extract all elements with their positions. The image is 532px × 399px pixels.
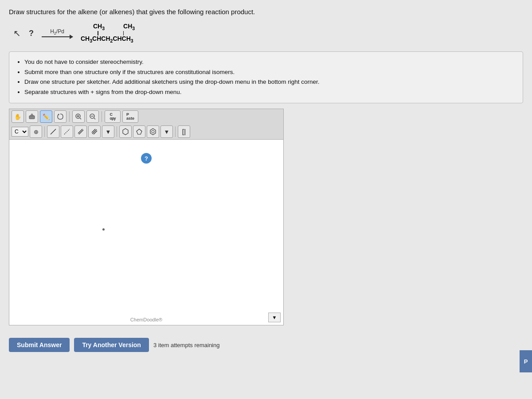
- svg-rect-0: [29, 116, 35, 119]
- instructions-list: You do not have to consider stereochemis…: [16, 57, 516, 98]
- separator-4: [117, 126, 117, 137]
- ch3-top-right: CH3: [123, 23, 135, 31]
- paste-btn[interactable]: Paste: [122, 110, 138, 123]
- triple-bond-btn[interactable]: [88, 125, 101, 138]
- double-bond-btn[interactable]: [74, 125, 87, 138]
- instruction-2: Submit more than one structure only if t…: [24, 67, 516, 78]
- svg-marker-16: [123, 129, 128, 135]
- main-container: Draw structures for the alkene (or alken…: [0, 0, 532, 399]
- lasso-btn[interactable]: [54, 110, 66, 123]
- canvas-dot: [102, 228, 105, 231]
- chemdoodle-label: ChemDoodle®: [130, 317, 162, 322]
- pencil-btn[interactable]: ✏️: [40, 110, 52, 123]
- question-mark-label: ?: [29, 29, 34, 38]
- separator-1: [69, 111, 70, 122]
- svg-line-9: [51, 129, 56, 134]
- sketcher-dropdown-btn[interactable]: ▼: [268, 313, 281, 322]
- hand-tool-btn[interactable]: ✋: [12, 110, 24, 123]
- svg-line-15: [94, 131, 97, 134]
- toolbar-row2: C N O H ⊕: [9, 124, 284, 139]
- bond-type-dropdown-btn[interactable]: ▼: [102, 125, 114, 138]
- try-another-button[interactable]: Try Another Version: [74, 338, 149, 352]
- single-bond-btn[interactable]: [47, 125, 59, 138]
- reagent-label: H2/Pd: [42, 28, 73, 38]
- pentagon-btn[interactable]: [133, 125, 145, 138]
- reagent-text: H2/Pd: [50, 28, 64, 35]
- element-select[interactable]: C N O H: [12, 127, 28, 137]
- svg-marker-17: [137, 129, 142, 134]
- reaction-arrow: [42, 36, 73, 37]
- page-tab[interactable]: P: [520, 350, 532, 372]
- instruction-3: Draw one structure per sketcher. Add add…: [24, 77, 516, 87]
- svg-line-8: [94, 118, 95, 119]
- benzene-btn[interactable]: [147, 125, 159, 138]
- main-chain: CH3CHCH2CHCH3: [81, 35, 133, 43]
- help-circle[interactable]: ?: [141, 153, 152, 164]
- attempts-remaining-text: 3 item attempts remaining: [153, 342, 220, 348]
- svg-marker-1: [31, 114, 33, 116]
- reaction-area: ↖ ? H2/Pd CH3 CH3 CH3CHCH2CHCH3: [13, 23, 523, 43]
- svg-line-5: [80, 118, 81, 119]
- cursor-icon: ↖: [13, 28, 21, 39]
- product-formula: CH3 CH3 CH3CHCH2CHCH3: [81, 23, 135, 43]
- dashed-bond-btn[interactable]: [61, 125, 73, 138]
- question-text: Draw structures for the alkene (or alken…: [9, 8, 523, 16]
- paste-label: Paste: [126, 113, 134, 121]
- sketcher-section: ✋ ✏️ Copy: [9, 109, 523, 325]
- separator-5: [175, 126, 176, 137]
- hexagon-btn[interactable]: [119, 125, 132, 138]
- svg-line-10: [64, 129, 70, 134]
- instructions-box: You do not have to consider stereochemis…: [9, 51, 523, 104]
- svg-line-13: [92, 129, 95, 133]
- instruction-4: Separate structures with + signs from th…: [24, 87, 516, 98]
- svg-point-19: [152, 130, 154, 133]
- instruction-1: You do not have to consider stereochemis…: [24, 57, 516, 67]
- separator-2: [102, 111, 102, 122]
- bracket-btn[interactable]: [|: [178, 125, 190, 138]
- copy-btn[interactable]: Copy: [105, 110, 121, 123]
- submit-answer-button[interactable]: Submit Answer: [9, 338, 70, 352]
- svg-marker-18: [150, 129, 156, 135]
- separator-3: [44, 126, 45, 137]
- ring-dropdown-btn[interactable]: ▼: [160, 125, 173, 138]
- sketcher-canvas[interactable]: ? ChemDoodle® ▼: [9, 139, 284, 325]
- toolbar-row1: ✋ ✏️ Copy: [9, 109, 284, 124]
- eraser-btn[interactable]: [26, 110, 38, 123]
- zoom-out-btn[interactable]: [86, 110, 99, 123]
- zoom-in-btn[interactable]: [72, 110, 85, 123]
- ch3-top-left: CH3: [93, 23, 105, 31]
- copy-label: Copy: [110, 113, 115, 121]
- bottom-bar: Submit Answer Try Another Version 3 item…: [9, 338, 523, 356]
- add-atom-btn[interactable]: ⊕: [30, 125, 42, 138]
